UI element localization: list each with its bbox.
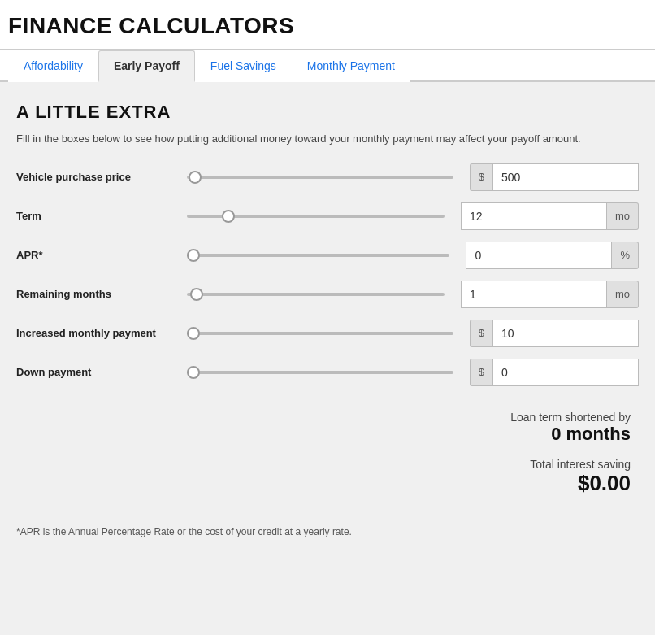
slider-container-increased-monthly-payment	[179, 332, 462, 335]
suffix-remaining-months: mo	[607, 281, 639, 308]
slider-container-vehicle-price	[179, 176, 462, 179]
field-row-apr: APR* %	[16, 242, 639, 269]
tab-affordability[interactable]: Affordability	[8, 50, 98, 82]
tab-bar: Affordability Early Payoff Fuel Savings …	[0, 50, 655, 82]
calculator-heading: A LITTLE EXTRA	[16, 102, 639, 123]
label-term: Term	[16, 210, 179, 222]
tab-early-payoff[interactable]: Early Payoff	[98, 50, 195, 82]
input-group-remaining-months: mo	[461, 281, 639, 308]
slider-container-term	[179, 215, 453, 218]
label-increased-monthly-payment: Increased monthly payment	[16, 327, 179, 339]
page-header: FINANCE CALCULATORS	[0, 0, 655, 50]
calculator-body: A LITTLE EXTRA Fill in the boxes below t…	[0, 82, 655, 635]
input-group-term: mo	[461, 202, 639, 230]
loan-term-value: 0 months	[16, 424, 631, 445]
interest-saving-value: $0.00	[16, 471, 631, 496]
input-increased-monthly-payment[interactable]	[492, 320, 639, 347]
prefix-down-payment: $	[470, 359, 492, 386]
input-group-vehicle-price: $	[470, 163, 639, 191]
input-apr[interactable]	[466, 242, 612, 269]
input-vehicle-price[interactable]	[492, 163, 639, 191]
results-section: Loan term shortened by 0 months Total in…	[16, 411, 639, 496]
input-down-payment[interactable]	[492, 359, 639, 386]
page-title: FINANCE CALCULATORS	[8, 13, 647, 39]
label-vehicle-price: Vehicle purchase price	[16, 171, 179, 183]
prefix-increased-monthly-payment: $	[470, 320, 492, 347]
tab-fuel-savings[interactable]: Fuel Savings	[195, 50, 292, 82]
slider-down-payment[interactable]	[187, 371, 453, 374]
suffix-term: mo	[607, 202, 639, 230]
slider-container-down-payment	[179, 371, 462, 374]
suffix-apr: %	[612, 242, 639, 269]
field-row-increased-monthly-payment: Increased monthly payment $	[16, 320, 639, 347]
field-row-down-payment: Down payment $	[16, 359, 639, 386]
slider-term[interactable]	[187, 215, 445, 218]
label-apr: APR*	[16, 249, 179, 261]
label-down-payment: Down payment	[16, 366, 179, 378]
prefix-vehicle-price: $	[470, 163, 492, 191]
field-row-remaining-months: Remaining months mo	[16, 281, 639, 308]
slider-apr[interactable]	[187, 254, 449, 257]
input-term[interactable]	[461, 202, 607, 230]
input-group-increased-monthly-payment: $	[470, 320, 639, 347]
interest-saving-label: Total interest saving	[16, 458, 631, 471]
loan-term-label: Loan term shortened by	[16, 411, 631, 424]
input-remaining-months[interactable]	[461, 281, 607, 308]
slider-remaining-months[interactable]	[187, 293, 445, 296]
field-row-term: Term mo	[16, 202, 639, 230]
slider-container-apr	[179, 254, 458, 257]
interest-saving-row: Total interest saving $0.00	[16, 458, 631, 496]
input-group-apr: %	[466, 242, 639, 269]
label-remaining-months: Remaining months	[16, 288, 179, 300]
slider-vehicle-price[interactable]	[187, 176, 453, 179]
tab-monthly-payment[interactable]: Monthly Payment	[292, 50, 410, 82]
slider-increased-monthly-payment[interactable]	[187, 332, 453, 335]
calculator-description: Fill in the boxes below to see how putti…	[16, 131, 601, 147]
footnote: *APR is the Annual Percentage Rate or th…	[16, 516, 639, 537]
loan-term-row: Loan term shortened by 0 months	[16, 411, 631, 445]
field-row-vehicle-price: Vehicle purchase price $	[16, 163, 639, 191]
slider-container-remaining-months	[179, 293, 453, 296]
input-group-down-payment: $	[470, 359, 639, 386]
